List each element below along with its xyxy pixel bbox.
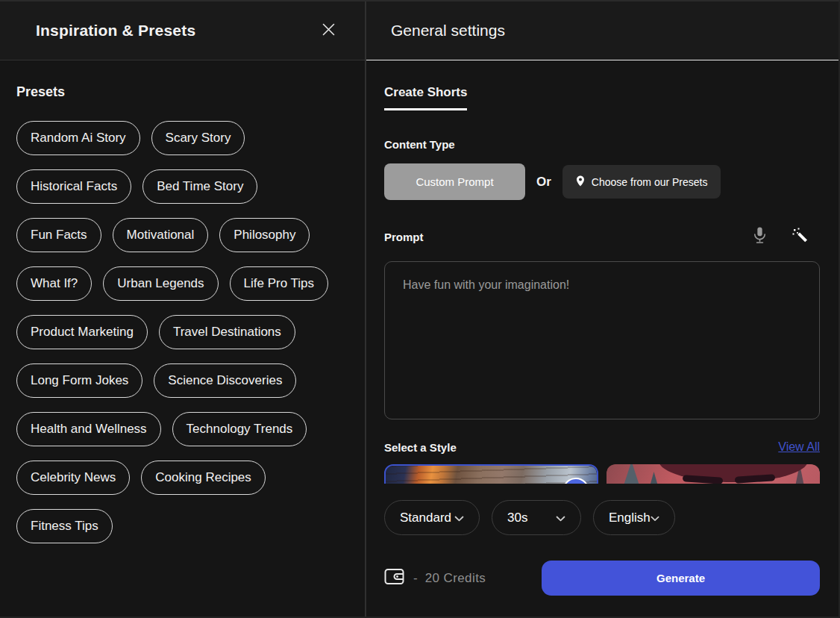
preset-row: What If? Urban Legends Life Pro Tips bbox=[16, 266, 348, 301]
preset-row: Random Ai Story Scary Story bbox=[16, 121, 348, 155]
inspiration-presets-panel: Inspiration & Presets Presets Random Ai … bbox=[0, 1, 365, 617]
credits-amount: 20 Credits bbox=[425, 571, 486, 586]
left-panel-header: Inspiration & Presets bbox=[0, 1, 365, 60]
select-style-label: Select a Style bbox=[384, 441, 457, 454]
presets-list: Presets Random Ai Story Scary Story Hist… bbox=[0, 60, 365, 558]
preset-row: Product Marketing Travel Destinations bbox=[16, 315, 348, 349]
preset-pill-historical-facts[interactable]: Historical Facts bbox=[16, 169, 131, 204]
preset-pill-life-pro-tips[interactable]: Life Pro Tips bbox=[230, 266, 329, 301]
preset-pill-long-form-jokes[interactable]: Long Form Jokes bbox=[16, 363, 142, 398]
close-button[interactable] bbox=[319, 21, 338, 40]
duration-select[interactable]: 30s bbox=[492, 500, 581, 535]
preset-pill-health-and-wellness[interactable]: Health and Wellness bbox=[16, 412, 161, 446]
preset-pill-science-discoveries[interactable]: Science Discoveries bbox=[154, 363, 296, 398]
general-settings-panel: General settings Create Shorts Content T… bbox=[366, 1, 839, 617]
chevron-down-icon bbox=[454, 511, 464, 525]
preset-pill-fun-facts[interactable]: Fun Facts bbox=[16, 218, 101, 252]
chevron-down-icon bbox=[651, 511, 659, 525]
tab-create-shorts[interactable]: Create Shorts bbox=[384, 85, 467, 110]
preset-row: Health and Wellness Technology Trends bbox=[16, 412, 348, 446]
preset-pill-what-if[interactable]: What If? bbox=[16, 266, 92, 301]
choose-from-presets-label: Choose from our Presets bbox=[592, 176, 708, 188]
language-select[interactable]: English bbox=[593, 500, 675, 535]
wallet-icon bbox=[384, 568, 404, 588]
credits-dash: - bbox=[413, 571, 418, 586]
preset-row: Celebrity News Cooking Recipes bbox=[16, 461, 348, 495]
chevron-down-icon bbox=[556, 511, 565, 525]
preset-pill-urban-legends[interactable]: Urban Legends bbox=[103, 266, 218, 301]
app-window: Inspiration & Presets Presets Random Ai … bbox=[0, 0, 840, 618]
duration-select-value: 30s bbox=[507, 511, 527, 525]
prompt-label: Prompt bbox=[384, 231, 424, 243]
preset-pill-motivational[interactable]: Motivational bbox=[113, 218, 209, 252]
view-all-link[interactable]: View All bbox=[778, 440, 820, 454]
content-type-label: Content Type bbox=[384, 138, 820, 151]
preset-pill-product-marketing[interactable]: Product Marketing bbox=[16, 315, 148, 349]
preset-pill-celebrity-news[interactable]: Celebrity News bbox=[16, 461, 130, 495]
generate-button[interactable]: Generate bbox=[542, 561, 820, 596]
or-label: Or bbox=[536, 175, 551, 190]
quality-select-value: Standard bbox=[400, 511, 451, 525]
preset-pill-bed-time-story[interactable]: Bed Time Story bbox=[142, 169, 257, 204]
custom-prompt-button[interactable]: Custom Prompt bbox=[384, 163, 525, 200]
location-pin-icon bbox=[576, 175, 585, 189]
left-panel-title: Inspiration & Presets bbox=[36, 22, 195, 40]
footer-row: - 20 Credits Generate bbox=[384, 561, 820, 596]
preset-pill-philosophy[interactable]: Philosophy bbox=[219, 218, 310, 252]
prompt-input[interactable] bbox=[384, 261, 820, 419]
preset-row: Long Form Jokes Science Discoveries bbox=[16, 363, 348, 398]
preset-pill-random-ai-story[interactable]: Random Ai Story bbox=[16, 121, 140, 155]
language-select-value: English bbox=[609, 511, 651, 525]
prompt-row: Prompt bbox=[384, 227, 820, 246]
preset-pill-cooking-recipes[interactable]: Cooking Recipes bbox=[141, 461, 266, 495]
dropdown-row: Standard 30s English bbox=[384, 500, 820, 535]
preset-row: Historical Facts Bed Time Story bbox=[16, 169, 348, 204]
preset-pill-fitness-tips[interactable]: Fitness Tips bbox=[16, 509, 113, 543]
preset-pill-travel-destinations[interactable]: Travel Destinations bbox=[159, 315, 295, 349]
preset-row: Fitness Tips bbox=[16, 509, 348, 543]
enhance-prompt-button[interactable] bbox=[792, 228, 808, 246]
close-icon bbox=[322, 23, 335, 38]
quality-select[interactable]: Standard bbox=[384, 500, 480, 535]
presets-heading: Presets bbox=[16, 84, 348, 100]
preset-row: Fun Facts Motivational Philosophy bbox=[16, 218, 348, 252]
preset-pill-scary-story[interactable]: Scary Story bbox=[151, 121, 245, 155]
preset-pill-technology-trends[interactable]: Technology Trends bbox=[172, 412, 307, 446]
generation-settings-bar: Standard 30s English bbox=[366, 484, 839, 617]
voice-input-button[interactable] bbox=[753, 226, 767, 247]
page-title: General settings bbox=[391, 22, 505, 40]
microphone-icon bbox=[753, 226, 767, 247]
prompt-icons bbox=[753, 226, 820, 247]
content-type-row: Custom Prompt Or Choose from our Presets bbox=[384, 163, 820, 200]
right-panel-header: General settings bbox=[366, 1, 839, 60]
magic-wand-icon bbox=[792, 228, 808, 246]
select-style-row: Select a Style View All bbox=[384, 440, 820, 454]
choose-from-presets-button[interactable]: Choose from our Presets bbox=[562, 165, 721, 199]
